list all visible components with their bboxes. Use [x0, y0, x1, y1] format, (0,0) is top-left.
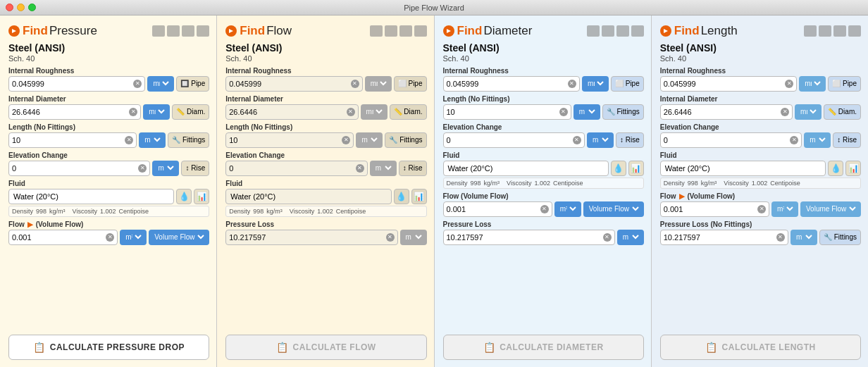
calculate-diameter-btn[interactable]: 📋 CALCULATE DIAMETER	[443, 335, 644, 360]
flow-roughness-unit[interactable]: mm	[368, 79, 389, 88]
diameter-flow-clear[interactable]: ✕	[540, 205, 549, 213]
length-diameter-input[interactable]	[664, 108, 781, 116]
flow-elevation-unit[interactable]: m	[373, 163, 394, 173]
length-toolbar-icon1[interactable]	[804, 25, 817, 37]
diameter-flow-type[interactable]: Volume Flow	[586, 204, 641, 213]
diameter-roughness-unit[interactable]: mm	[585, 79, 606, 88]
pressure-elevation-input[interactable]	[12, 164, 138, 173]
pressure-diameter-btn[interactable]: 📏 Diam.	[172, 104, 209, 120]
flow-toolbar-icon4[interactable]	[414, 25, 427, 37]
pressure-flow-unit[interactable]: m³/sec	[123, 232, 144, 242]
length-elevation-unit[interactable]: m	[807, 135, 828, 144]
diameter-toolbar-icon1[interactable]	[587, 25, 600, 37]
flow-roughness-btn[interactable]: ⬜ Pipe	[394, 76, 427, 92]
flow-elevation-btn[interactable]: ↕ Rise	[399, 161, 427, 176]
pressure-elevation-clear[interactable]: ✕	[138, 164, 147, 173]
length-roughness-clear[interactable]: ✕	[785, 80, 793, 88]
flow-diameter-input[interactable]	[229, 108, 346, 116]
pressure-fluid-icon1[interactable]: 💧	[176, 189, 192, 204]
pressure-diameter-input[interactable]	[12, 108, 129, 116]
length-fluid-icon1[interactable]: 💧	[828, 161, 843, 176]
pressure-toolbar-icon1[interactable]	[152, 25, 165, 37]
flow-pressure-clear[interactable]: ✕	[386, 233, 395, 242]
diameter-pressure-unit[interactable]: m fluid	[620, 232, 641, 242]
pressure-flow-clear[interactable]: ✕	[106, 233, 114, 242]
pressure-toolbar-icon2[interactable]	[167, 25, 180, 37]
flow-toolbar-icon1[interactable]	[370, 25, 383, 37]
diameter-fluid-icon1[interactable]: 💧	[611, 161, 626, 176]
diameter-roughness-input[interactable]	[447, 80, 568, 88]
pressure-diameter-clear[interactable]: ✕	[129, 108, 137, 116]
length-pressure-clear[interactable]: ✕	[776, 233, 785, 242]
flow-length-unit[interactable]: m	[359, 135, 380, 144]
length-flow-unit[interactable]: m³/sec	[774, 204, 795, 213]
length-flow-input[interactable]	[664, 205, 757, 213]
length-pressure-input[interactable]	[664, 233, 776, 242]
flow-pressure-input[interactable]	[229, 233, 385, 242]
flow-elevation-clear[interactable]: ✕	[356, 164, 364, 173]
pressure-fluid-icon2[interactable]: 📊	[194, 189, 209, 204]
diameter-roughness-clear[interactable]: ✕	[568, 80, 576, 88]
pressure-length-input[interactable]	[12, 136, 125, 144]
flow-diameter-btn[interactable]: 📏 Diam.	[390, 104, 427, 120]
length-roughness-input[interactable]	[664, 80, 785, 88]
flow-fluid-icon2[interactable]: 📊	[411, 189, 427, 204]
diameter-elevation-unit[interactable]: m	[590, 135, 611, 144]
diameter-fluid-icon2[interactable]: 📊	[628, 161, 644, 176]
flow-fluid-box[interactable]: Water (20°C)	[225, 189, 391, 204]
flow-elevation-input[interactable]	[229, 164, 355, 173]
diameter-elevation-btn[interactable]: ↕ Rise	[616, 132, 644, 148]
maximize-button[interactable]	[28, 4, 36, 11]
pressure-roughness-clear[interactable]: ✕	[133, 80, 142, 88]
close-button[interactable]	[6, 4, 13, 11]
diameter-toolbar-icon2[interactable]	[602, 25, 614, 37]
flow-length-btn[interactable]: 🔧 Fittings	[385, 132, 426, 148]
length-flow-clear[interactable]: ✕	[757, 205, 766, 213]
flow-length-input[interactable]	[229, 136, 342, 144]
length-toolbar-icon4[interactable]	[848, 25, 861, 37]
calculate-length-btn[interactable]: 📋 CALCULATE LENGTH	[660, 335, 861, 360]
pressure-roughness-input[interactable]	[12, 80, 133, 88]
flow-fluid-icon1[interactable]: 💧	[394, 189, 409, 204]
diameter-toolbar-icon4[interactable]	[631, 25, 644, 37]
flow-roughness-clear[interactable]: ✕	[351, 80, 359, 88]
length-toolbar-icon3[interactable]	[833, 25, 846, 37]
diameter-pressure-clear[interactable]: ✕	[603, 233, 612, 242]
pressure-roughness-btn[interactable]: 🔲 Pipe	[176, 76, 209, 92]
flow-toolbar-icon2[interactable]	[385, 25, 397, 37]
calculate-flow-btn[interactable]: 📋 CALCULATE FLOW	[225, 335, 426, 360]
flow-diameter-unit[interactable]: mm	[364, 107, 385, 116]
length-roughness-unit[interactable]: mm	[802, 79, 823, 88]
diameter-flow-input[interactable]	[447, 205, 540, 213]
pressure-flow-input[interactable]	[12, 233, 106, 242]
diameter-roughness-btn[interactable]: ⬜ Pipe	[611, 76, 644, 92]
flow-pressure-unit[interactable]: m fluid	[403, 232, 424, 242]
diameter-fluid-box[interactable]: Water (20°C)	[443, 161, 609, 176]
length-diameter-clear[interactable]: ✕	[781, 108, 789, 116]
diameter-length-unit[interactable]: m	[576, 107, 597, 116]
length-elevation-btn[interactable]: ↕ Rise	[833, 132, 861, 148]
diameter-length-input[interactable]	[447, 108, 559, 116]
pressure-fluid-box[interactable]: Water (20°C)	[8, 189, 174, 204]
pressure-elevation-btn[interactable]: ↕ Rise	[181, 161, 209, 176]
diameter-elevation-clear[interactable]: ✕	[573, 136, 581, 144]
diameter-pressure-input[interactable]	[447, 233, 603, 242]
pressure-length-btn[interactable]: 🔧 Fittings	[168, 132, 209, 148]
flow-toolbar-icon3[interactable]	[399, 25, 412, 37]
length-elevation-clear[interactable]: ✕	[790, 136, 798, 144]
minimize-button[interactable]	[17, 4, 25, 11]
diameter-flow-unit[interactable]: m³/sec	[557, 204, 578, 213]
length-diameter-btn[interactable]: 📏 Diam.	[824, 104, 861, 120]
length-pressure-btn[interactable]: 🔧 Fittings	[819, 230, 861, 245]
pressure-length-clear[interactable]: ✕	[125, 136, 133, 144]
diameter-length-btn[interactable]: 🔧 Fittings	[602, 104, 644, 120]
pressure-toolbar-icon4[interactable]	[197, 25, 209, 37]
length-pressure-unit[interactable]: m fluid	[793, 232, 814, 242]
pressure-toolbar-icon3[interactable]	[182, 25, 194, 37]
length-flow-type[interactable]: Volume Flow	[803, 204, 858, 213]
length-fluid-box[interactable]: Water (20°C)	[660, 161, 826, 176]
length-fluid-icon2[interactable]: 📊	[845, 161, 861, 176]
length-diameter-unit[interactable]: mm	[798, 107, 819, 116]
calculate-pressure-btn[interactable]: 📋 CALCULATE PRESSURE DROP	[8, 335, 209, 360]
pressure-elevation-unit[interactable]: m	[155, 163, 176, 173]
